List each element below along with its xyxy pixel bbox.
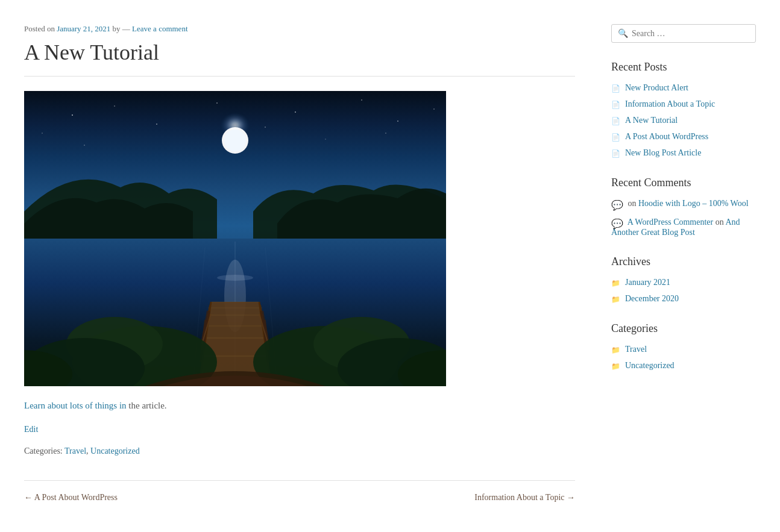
post-date-link[interactable]: January 21, 2021 [57, 24, 110, 33]
search-icon: 🔍 [618, 28, 628, 39]
featured-image [24, 91, 446, 386]
folder-icon: 📁 [611, 295, 620, 304]
svg-point-7 [397, 120, 398, 122]
category-uncategorized[interactable]: Uncategorized [90, 446, 140, 455]
svg-point-13 [385, 133, 386, 133]
leave-comment-link[interactable]: Leave a comment [132, 24, 187, 33]
categories-section: Categories 📁 Travel 📁 Uncategorized [611, 322, 756, 371]
archives-section: Archives 📁 January 2021 📁 December 2020 [611, 255, 756, 304]
post-categories: Categories: Travel, Uncategorized [24, 446, 575, 456]
archive-link-jan-2021[interactable]: January 2021 [625, 278, 670, 287]
featured-image-wrapper [24, 91, 575, 386]
sidebar-search: 🔍 [611, 24, 756, 43]
comment-bubble-icon: 💬 [611, 199, 622, 209]
list-item: 📁 December 2020 [611, 294, 756, 304]
svg-point-16 [224, 130, 246, 151]
posted-on-label: Posted on [24, 24, 55, 33]
edit-link[interactable]: Edit [24, 425, 38, 434]
list-item: 📄 Information About a Topic [611, 99, 756, 110]
post-content: Learn about lots of things in the articl… [24, 398, 575, 413]
list-item: 📁 January 2021 [611, 278, 756, 288]
archives-list: 📁 January 2021 📁 December 2020 [611, 278, 756, 304]
edit-link-wrapper: Edit [24, 425, 575, 434]
comment-post-link-1[interactable]: Hoodie with Logo – 100% Wool [638, 199, 749, 208]
category-link-uncategorized[interactable]: Uncategorized [625, 361, 675, 371]
folder-icon: 📁 [611, 279, 620, 288]
recent-posts-list: 📄 New Product Alert 📄 Information About … [611, 83, 756, 158]
comment-item: 💬 A WordPress Commenter on And Another G… [611, 217, 756, 237]
list-item: 📄 A New Tutorial [611, 116, 756, 126]
main-content: Posted on January 21, 2021 by — Leave a … [24, 12, 575, 502]
document-icon: 📄 [611, 149, 620, 158]
list-item: 📄 A Post About WordPress [611, 132, 756, 142]
svg-point-11 [325, 139, 326, 139]
next-post-link[interactable]: Information About a Topic [474, 493, 575, 502]
svg-point-5 [295, 111, 296, 113]
post-meta: Posted on January 21, 2021 by — Leave a … [24, 24, 575, 34]
list-item: 📄 New Blog Post Article [611, 148, 756, 158]
svg-point-6 [361, 99, 362, 101]
list-item: 📁 Travel [611, 345, 756, 355]
archive-link-dec-2020[interactable]: December 2020 [625, 294, 679, 304]
recent-post-link-1[interactable]: New Product Alert [625, 83, 688, 93]
svg-point-12 [84, 145, 85, 146]
svg-point-2 [114, 105, 115, 107]
content-link-in[interactable]: in [119, 401, 127, 410]
recent-post-link-5[interactable]: New Blog Post Article [625, 148, 701, 158]
category-travel[interactable]: Travel [64, 446, 86, 455]
post-divider [24, 76, 575, 77]
by-label: by [113, 24, 121, 33]
sidebar: 🔍 Recent Posts 📄 New Product Alert 📄 Inf… [611, 12, 756, 502]
search-input[interactable] [632, 29, 749, 39]
content-link-things[interactable]: things [95, 401, 117, 410]
categories-list: 📁 Travel 📁 Uncategorized [611, 345, 756, 371]
list-item: 📄 New Product Alert [611, 83, 756, 93]
svg-point-8 [433, 108, 435, 110]
recent-posts-section: Recent Posts 📄 New Product Alert 📄 Infor… [611, 61, 756, 158]
categories-title: Categories [611, 322, 756, 335]
document-icon: 📄 [611, 84, 620, 93]
recent-posts-title: Recent Posts [611, 61, 756, 74]
recent-post-link-4[interactable]: A Post About WordPress [625, 132, 708, 142]
svg-point-1 [72, 114, 73, 116]
categories-label: Categories: [24, 446, 63, 455]
document-icon: 📄 [611, 133, 620, 142]
post-navigation: A Post About WordPress Information About… [24, 480, 575, 502]
post-title: A New Tutorial [24, 40, 575, 65]
folder-icon: 📁 [611, 346, 620, 355]
svg-point-9 [42, 133, 42, 133]
list-item: 📁 Uncategorized [611, 361, 756, 371]
search-box[interactable]: 🔍 [611, 24, 756, 43]
recent-comments-title: Recent Comments [611, 177, 756, 189]
recent-comments-section: Recent Comments 💬 on Hoodie with Logo – … [611, 177, 756, 237]
folder-icon: 📁 [611, 362, 620, 371]
prev-post-link[interactable]: A Post About WordPress [24, 493, 118, 502]
commenter-link-2[interactable]: A WordPress Commenter [627, 217, 714, 227]
svg-point-3 [156, 124, 157, 125]
category-link-travel[interactable]: Travel [625, 345, 647, 354]
dash: — [122, 24, 132, 33]
comment-bubble-icon: 💬 [611, 218, 622, 228]
document-icon: 📄 [611, 117, 620, 126]
recent-post-link-3[interactable]: A New Tutorial [625, 116, 678, 125]
recent-post-link-2[interactable]: Information About a Topic [625, 99, 715, 109]
document-icon: 📄 [611, 101, 620, 110]
content-link-learn[interactable]: Learn about lots of [24, 401, 95, 410]
archives-title: Archives [611, 255, 756, 268]
comment-item: 💬 on Hoodie with Logo – 100% Wool [611, 199, 756, 209]
